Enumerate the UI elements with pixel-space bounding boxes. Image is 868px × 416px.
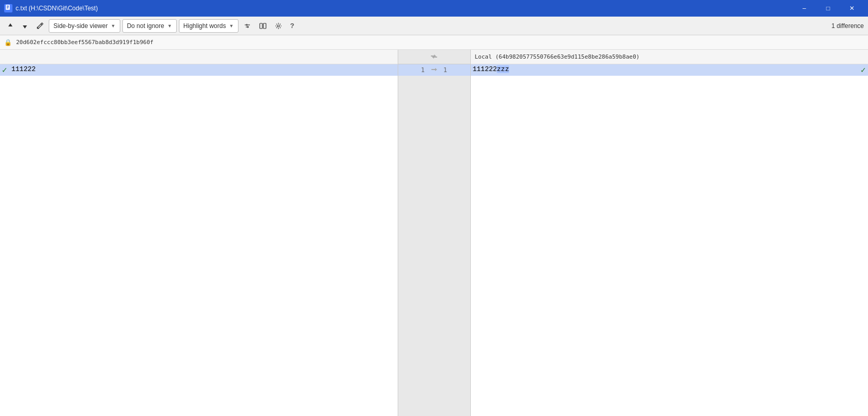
left-pane: ✓ 111222 <box>0 50 398 416</box>
svg-rect-8 <box>260 23 262 29</box>
settings-button[interactable] <box>272 19 285 33</box>
edit-button[interactable] <box>33 19 47 33</box>
svg-rect-2 <box>7 7 9 7</box>
ignore-dropdown-arrow: ▼ <box>167 23 172 29</box>
difference-count: 1 difference <box>832 22 864 30</box>
highlight-label: Highlight words <box>184 22 226 30</box>
left-pane-content[interactable]: ✓ 111222 <box>0 64 398 416</box>
maximize-button[interactable]: □ <box>816 0 840 17</box>
table-row: ✓ 111222 <box>0 64 398 76</box>
window-controls: – □ ✕ <box>792 0 864 17</box>
right-pane-content[interactable]: 111222zzz ✓ <box>471 64 869 416</box>
nav-up-button[interactable] <box>4 19 17 33</box>
help-button[interactable]: ? <box>287 19 298 33</box>
left-change-indicator: ✓ <box>0 64 9 76</box>
gutter-row: 1 1 <box>398 64 470 76</box>
svg-rect-9 <box>263 23 266 29</box>
close-button[interactable]: ✕ <box>840 0 864 17</box>
right-pane-header: Local (64b9820577550766e63e9d115e8be286a… <box>471 50 869 64</box>
nav-down-button[interactable] <box>19 19 31 33</box>
svg-rect-1 <box>7 6 9 6</box>
right-base-text: 111222 <box>473 65 497 73</box>
local-hash: Local (64b9820577550766e63e9d115e8be286a… <box>475 53 640 60</box>
ignore-label: Do not ignore <box>127 22 164 30</box>
file-hash: 20d602efccc80bb3eef5567bab8d3d919f1b960f <box>16 39 153 46</box>
viewer-dropdown[interactable]: Side-by-side viewer ▼ <box>49 19 120 33</box>
right-line-content: 111222zzz <box>471 64 859 76</box>
minimize-button[interactable]: – <box>792 0 816 17</box>
lock-icon: 🔒 <box>4 39 12 46</box>
columns-button[interactable] <box>256 19 270 33</box>
diff-gutter: 1 1 <box>398 50 471 416</box>
app-icon <box>4 4 12 12</box>
viewer-dropdown-arrow: ▼ <box>111 23 116 29</box>
left-pane-header <box>0 50 398 64</box>
right-change-indicator: ✓ <box>859 64 868 76</box>
right-added-text: zzz <box>497 65 509 73</box>
info-bar: 🔒 20d602efccc80bb3eef5567bab8d3d919f1b96… <box>0 35 868 50</box>
toolbar: Side-by-side viewer ▼ Do not ignore ▼ Hi… <box>0 17 868 35</box>
gutter-right-linenum: 1 <box>439 66 460 74</box>
left-line-content: 111222 <box>9 64 398 76</box>
highlight-dropdown[interactable]: Highlight words ▼ <box>179 19 239 33</box>
window-title: c.txt (H:\CSDN\Git\Code\Test) <box>16 5 98 12</box>
title-bar: c.txt (H:\CSDN\Git\Code\Test) – □ ✕ <box>0 0 868 17</box>
svg-rect-3 <box>7 8 8 8</box>
svg-point-10 <box>277 25 279 27</box>
ignore-dropdown[interactable]: Do not ignore ▼ <box>122 19 177 33</box>
title-bar-left: c.txt (H:\CSDN\Git\Code\Test) <box>4 4 98 12</box>
gutter-arrow-icon <box>429 65 439 75</box>
right-pane: Local (64b9820577550766e63e9d115e8be286a… <box>471 50 869 416</box>
viewer-label: Side-by-side viewer <box>53 22 108 30</box>
gutter-header <box>398 50 470 64</box>
diff-container: ✓ 111222 1 1 Local (64b982057755076 <box>0 50 868 416</box>
gutter-left-linenum: 1 <box>408 66 429 74</box>
table-row: 111222zzz ✓ <box>471 64 869 76</box>
filter-button[interactable] <box>241 19 254 33</box>
highlight-dropdown-arrow: ▼ <box>229 23 234 29</box>
